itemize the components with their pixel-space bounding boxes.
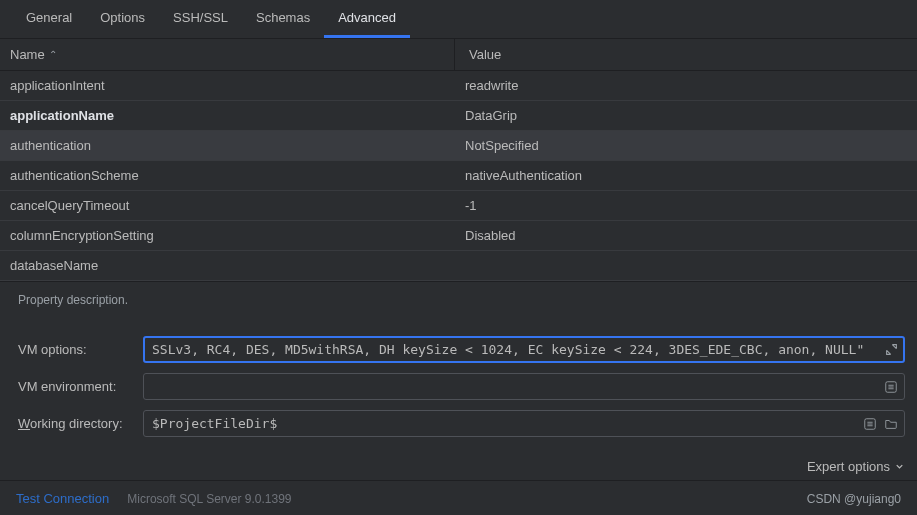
test-connection-link[interactable]: Test Connection [16, 491, 109, 506]
table-row[interactable]: applicationName DataGrip [0, 101, 917, 131]
cell-value: NotSpecified [455, 131, 917, 160]
table-header: Name ⌃ Value [0, 39, 917, 71]
table-row[interactable]: applicationIntent readwrite [0, 71, 917, 101]
cell-name: applicationName [0, 101, 455, 130]
tab-ssh-ssl[interactable]: SSH/SSL [159, 0, 242, 38]
cell-name: databaseName [0, 251, 455, 280]
properties-table: Name ⌃ Value applicationIntent readwrite… [0, 39, 917, 281]
vm-options-wrapper [143, 336, 905, 363]
list-icon[interactable] [883, 379, 899, 395]
watermark: CSDN @yujiang0 [807, 492, 901, 506]
work-dir-row: Working directory: [18, 410, 905, 437]
table-row[interactable]: authentication NotSpecified [0, 131, 917, 161]
cell-value [455, 259, 917, 273]
expert-options-link[interactable]: Expert options [807, 459, 905, 474]
footer-left: Test Connection Microsoft SQL Server 9.0… [16, 491, 292, 506]
chevron-down-icon [894, 461, 905, 472]
tabs-bar: General Options SSH/SSL Schemas Advanced [0, 0, 917, 39]
column-header-name[interactable]: Name ⌃ [0, 39, 455, 70]
vm-env-row: VM environment: [18, 373, 905, 400]
cell-name: authenticationScheme [0, 161, 455, 190]
cell-value: readwrite [455, 71, 917, 100]
vm-options-row: VM options: [18, 336, 905, 363]
table-row[interactable]: databaseName [0, 251, 917, 281]
work-dir-wrapper [143, 410, 905, 437]
vm-env-label: VM environment: [18, 379, 133, 394]
table-row[interactable]: cancelQueryTimeout -1 [0, 191, 917, 221]
cell-name: applicationIntent [0, 71, 455, 100]
cell-value: Disabled [455, 221, 917, 250]
server-info: Microsoft SQL Server 9.0.1399 [127, 492, 291, 506]
tab-schemas[interactable]: Schemas [242, 0, 324, 38]
vm-options-input[interactable] [143, 336, 905, 363]
cell-value: DataGrip [455, 101, 917, 130]
cell-value: nativeAuthentication [455, 161, 917, 190]
vm-env-input[interactable] [143, 373, 905, 400]
sort-asc-icon: ⌃ [49, 49, 57, 60]
work-dir-rest: orking directory: [30, 416, 122, 431]
table-row[interactable]: columnEncryptionSetting Disabled [0, 221, 917, 251]
column-header-value[interactable]: Value [455, 39, 917, 70]
folder-icon[interactable] [883, 416, 899, 432]
cell-value: -1 [455, 191, 917, 220]
table-row[interactable]: authenticationScheme nativeAuthenticatio… [0, 161, 917, 191]
vm-options-label: VM options: [18, 342, 133, 357]
work-dir-input[interactable] [143, 410, 905, 437]
cell-name: columnEncryptionSetting [0, 221, 455, 250]
cell-name: authentication [0, 131, 455, 160]
property-description: Property description. [0, 281, 917, 318]
list-icon[interactable] [862, 416, 878, 432]
form-area: VM options: VM environment: Working dire… [0, 318, 917, 455]
expand-icon[interactable] [883, 342, 899, 358]
header-value-label: Value [469, 47, 501, 62]
tab-options[interactable]: Options [86, 0, 159, 38]
work-dir-label: Working directory: [18, 416, 133, 431]
footer: Test Connection Microsoft SQL Server 9.0… [0, 480, 917, 515]
cell-name: cancelQueryTimeout [0, 191, 455, 220]
expert-options-label: Expert options [807, 459, 890, 474]
tab-advanced[interactable]: Advanced [324, 0, 410, 38]
tab-general[interactable]: General [12, 0, 86, 38]
expert-options-row: Expert options [0, 455, 917, 480]
vm-env-wrapper [143, 373, 905, 400]
header-name-label: Name [10, 47, 45, 62]
